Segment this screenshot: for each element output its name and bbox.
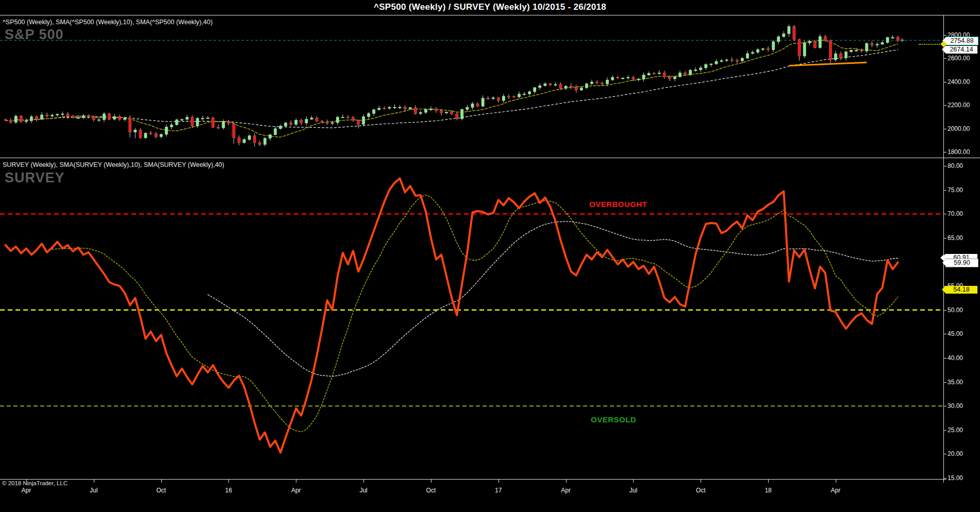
price-tick [943,35,946,36]
time-label: 17 [495,487,502,494]
survey-tick [943,166,946,166]
time-label: Jul [90,487,97,494]
price-tick [943,105,946,106]
survey-label: 50.00 [948,306,963,314]
price-label: 1800.00 [948,148,970,156]
chart-window: ^SP500 (Weekly) / SURVEY (Weekly) 10/201… [0,0,980,512]
survey-label: 20.00 [948,450,963,457]
time-tick [566,479,567,483]
price-tick [943,58,946,59]
survey-label: 75.00 [948,186,963,194]
survey-sma10-marker: 54.18 [945,286,977,294]
survey-tick [943,310,946,311]
time-tick [161,479,162,483]
survey-label: 25.00 [948,426,963,434]
time-tick [768,479,769,483]
time-label: Jul [359,487,367,494]
price-tick [943,82,946,82]
survey-label: 30.00 [948,402,963,409]
survey-last-marker: 59.90 [945,259,978,267]
oversold-label: OVERSOLD [591,415,636,424]
survey-tick [943,406,946,406]
sp500-sma40-marker: 2674.14 [945,46,977,54]
survey-label: 35.00 [948,379,963,386]
time-tick [431,479,431,483]
survey-label: 65.00 [948,234,963,242]
survey-tick [943,190,946,191]
time-label: Apr [561,487,571,494]
survey-label: 15.00 [948,474,963,482]
time-tick [701,479,701,483]
survey-tick [943,358,946,359]
time-label: Oct [696,487,706,494]
time-tick [499,479,499,483]
survey-tick [943,214,946,214]
price-tick [943,129,946,129]
price-tick [943,152,946,152]
survey-tick [943,334,946,334]
price-label: 2000.00 [948,125,970,132]
time-tick [836,479,836,483]
time-label: Oct [156,487,166,494]
survey-label: 45.00 [948,330,963,337]
price-label: 2200.00 [948,101,970,109]
time-label: 18 [765,487,771,494]
time-label: 16 [225,487,232,494]
time-label: Apr [291,487,301,494]
survey-label: 80.00 [948,162,963,169]
survey-tick [943,382,946,383]
survey-tick [943,454,946,454]
time-tick [363,479,364,483]
time-tick [228,479,229,483]
time-label: Apr [22,487,31,494]
price-label: 2600.00 [948,55,970,62]
copyright-text: © 2018 NinjaTrader, LLC [2,480,68,486]
time-tick [296,479,296,483]
survey-tick [943,430,946,431]
last-price-marker: 2754.88 [945,37,978,45]
chart-plot-area[interactable] [0,0,980,512]
time-tick [633,479,634,483]
sma10-marker-line [919,44,943,45]
time-label: Oct [426,487,436,494]
time-label: Jul [629,487,637,494]
survey-tick [943,478,946,479]
overbought-label: OVERBOUGHT [589,200,647,209]
survey-tick [943,238,946,238]
survey-label: 40.00 [948,354,963,362]
time-tick [94,479,94,483]
price-label: 2400.00 [948,78,970,86]
survey-label: 70.00 [948,210,963,217]
time-label: Apr [831,487,841,494]
